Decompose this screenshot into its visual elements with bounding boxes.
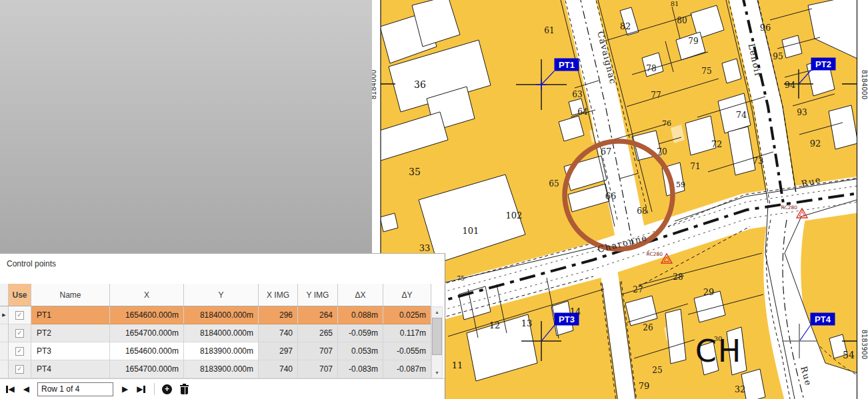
cell-x-img[interactable]: 740 (259, 360, 298, 378)
control-points-panel: Control points UseNameXYX IMGY IMGΔXΔY▶✓… (0, 253, 445, 399)
cell-y[interactable]: 8183900.000m (184, 360, 259, 378)
next-triangle-icon: ▶ (122, 385, 128, 393)
panel-title: Control points (7, 259, 56, 268)
cell-name[interactable]: PT3 (31, 342, 110, 360)
cell-δy[interactable]: 0.117m (383, 324, 431, 342)
parcel-label: 66 (605, 191, 617, 201)
cell-δx[interactable]: -0.083m (338, 360, 383, 378)
cell-δy[interactable]: -0.087m (383, 360, 431, 378)
parcel-label: 63 (572, 90, 582, 99)
use-checkbox[interactable]: ✓ (15, 347, 24, 356)
previous-row-button[interactable]: ◀ (23, 385, 29, 393)
cell-x[interactable]: 1654700.000m (110, 360, 184, 378)
cell-x-img[interactable]: 740 (259, 324, 298, 342)
parcel-label: 65 (549, 179, 559, 189)
column-header-δy[interactable]: ΔY (383, 284, 431, 306)
use-cell: ✓ (9, 342, 31, 360)
parcel-label: 82 (620, 21, 631, 31)
add-point-button[interactable]: + (162, 384, 172, 394)
cadastral-map: 3635331011021112131461818280797877757663… (372, 0, 868, 399)
cell-y-img[interactable]: 264 (298, 306, 338, 324)
use-checkbox[interactable]: ✓ (15, 365, 24, 374)
first-row-button[interactable]: ◀ (6, 385, 15, 393)
cell-y-img[interactable]: 265 (298, 324, 338, 342)
parcel-label: 94 (785, 80, 796, 90)
last-bar-icon (143, 386, 145, 393)
cell-y-img[interactable]: 707 (298, 360, 338, 378)
column-header-name[interactable]: Name (31, 284, 110, 306)
cell-name[interactable]: PT4 (31, 360, 110, 378)
last-triangle-icon: ▶ (137, 385, 143, 393)
cell-δx[interactable]: -0.059m (338, 324, 383, 342)
row-indicator-cell[interactable] (0, 324, 9, 342)
cell-δx[interactable]: 0.053m (338, 342, 383, 360)
coordinate-label: 8183900 (861, 330, 868, 360)
row-indicator-cell[interactable] (0, 360, 9, 378)
column-header-y-img[interactable]: Y IMG (298, 284, 338, 306)
row-indicator-cell[interactable] (0, 342, 9, 360)
parcel-label: 28 (673, 272, 683, 282)
application-window: 3635331011021112131461818280797877757663… (0, 0, 868, 399)
cell-y[interactable]: 8184000.000m (184, 324, 259, 342)
parcel-label: 75 (457, 275, 465, 282)
parcel-label: 27 (633, 285, 643, 294)
cell-x[interactable]: 1654600.000m (110, 306, 184, 324)
cell-x[interactable]: 1654600.000m (110, 342, 184, 360)
parcel-label: 68 (637, 206, 647, 216)
cell-name[interactable]: PT2 (31, 324, 110, 342)
cell-x-img[interactable]: 296 (259, 306, 298, 324)
use-checkbox[interactable]: ✓ (15, 329, 24, 338)
cell-y[interactable]: 8183900.000m (184, 342, 259, 360)
control-point-label: PT2 (815, 59, 831, 69)
map-viewport[interactable]: 3635331011021112131461818280797877757663… (372, 0, 868, 399)
parcel-label: 76 (662, 119, 671, 128)
scroll-up-icon[interactable]: ▲ (432, 307, 442, 317)
scroll-down-icon[interactable]: ▼ (432, 368, 442, 378)
cell-δx[interactable]: 0.088m (338, 306, 383, 324)
parcel-label: 92 (810, 139, 821, 149)
cell-x-img[interactable]: 297 (259, 342, 298, 360)
cell-δy[interactable]: 0.025m (383, 306, 431, 324)
use-checkbox[interactable]: ✓ (15, 311, 24, 320)
column-header-δx[interactable]: ΔX (338, 284, 383, 306)
last-row-button[interactable]: ▶ (137, 385, 145, 393)
parcel-label: 80 (677, 16, 687, 25)
use-cell: ✓ (9, 324, 31, 342)
cell-name[interactable]: PT1 (31, 306, 110, 324)
column-header-x[interactable]: X (110, 284, 184, 306)
next-row-button[interactable]: ▶ (122, 385, 128, 393)
column-header-y[interactable]: Y (184, 284, 259, 306)
parcel-label: 70 (657, 147, 667, 157)
cell-y[interactable]: 8184000.000m (184, 306, 259, 324)
table-scrollbar[interactable]: ▲ ▼ (431, 306, 443, 378)
parcel-label: 64 (577, 107, 588, 117)
parcel-label: 25 (652, 366, 662, 375)
parcel-label: 71 (690, 162, 700, 171)
column-header-use[interactable]: Use (9, 284, 31, 306)
row-indicator-cell[interactable]: ▶ (0, 306, 9, 324)
use-cell: ✓ (9, 360, 31, 378)
parcel-label: 36 (414, 79, 426, 90)
toolbar-separator (154, 383, 155, 395)
cell-δy[interactable]: -0.055m (383, 342, 431, 360)
use-cell: ✓ (9, 306, 31, 324)
scrollbar-thumb[interactable] (432, 318, 442, 355)
control-point-label: PT4 (815, 314, 831, 324)
column-header-x-img[interactable]: X IMG (259, 284, 298, 306)
parcel-label: 78 (646, 64, 656, 73)
cell-y-img[interactable]: 707 (298, 342, 338, 360)
delete-point-button[interactable] (180, 384, 189, 394)
control-point-label: PT1 (559, 60, 575, 70)
parcel-label: 61 (544, 26, 554, 35)
parcel-label: 13 (521, 318, 533, 328)
prev-triangle-icon: ◀ (23, 385, 29, 393)
survey-marker-label: RC280 (781, 204, 798, 210)
first-triangle-icon: ◀ (9, 385, 15, 393)
parcel-label: 26 (643, 323, 653, 332)
cell-x[interactable]: 1654700.000m (110, 324, 184, 342)
parcel-label: 32 (735, 384, 746, 394)
parcel-label: 95 (773, 52, 783, 61)
district-label: CH (695, 333, 743, 369)
parcel-label: 96 (760, 23, 771, 33)
row-status-input[interactable] (37, 382, 113, 396)
